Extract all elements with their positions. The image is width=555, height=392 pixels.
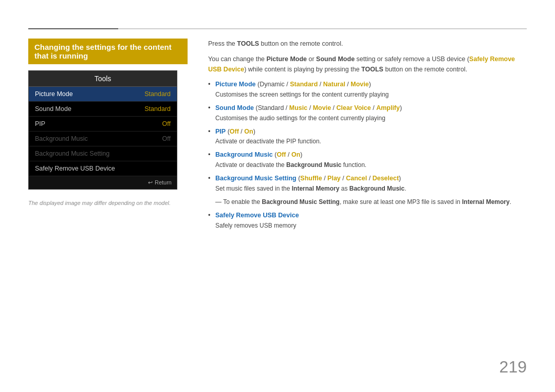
bullet-pip-options: (Off / On) [228,128,255,135]
sound-mode-label: Sound Mode [35,105,71,113]
bullet-bg-music: Background Music (Off / On) Activate or … [208,150,527,170]
bullet-bgm-sub: Activate or deactivate the Background Mu… [215,160,527,170]
picture-mode-value: Standard [144,90,171,98]
bullet-sm-label: Sound Mode [215,104,254,111]
bgm-kw2: Background Music [349,185,404,192]
bullet-pm-label: Picture Mode [215,81,256,88]
internal-memory-kw1: Internal Memory [292,185,340,192]
bullet-bg-music-setting: Background Music Setting (Shuffle / Play… [208,174,527,193]
bgms-kw-dash: Background Music Setting [262,198,340,206]
bullet-picture-mode: Picture Mode (Dynamic / Standard / Natur… [208,80,527,99]
page-container: Changing the settings for the content th… [0,0,555,392]
bullet-pip: PIP (Off / On) Activate or deactivate th… [208,127,527,146]
tools-item-picture-mode[interactable]: Picture Mode Standard [29,87,177,102]
intro-para-2: You can change the Picture Mode or Sound… [208,54,527,74]
sound-mode-kw: Sound Mode [316,55,355,63]
page-number: 219 [499,358,527,377]
tools-item-bg-music[interactable]: Background Music Off [29,132,177,146]
bgm-kw: Background Music [286,161,341,169]
bullet-bgm-options: (Off / On) [274,151,302,158]
tools-item-usb-remove[interactable]: Safely Remove USB Device [29,161,177,176]
left-column: Changing the settings for the content th… [28,39,188,234]
bg-music-setting-label: Background Music Setting [35,150,109,157]
usb-remove-label: Safely Remove USB Device [35,165,115,172]
model-note: The displayed image may differ depending… [28,200,188,206]
bg-music-value: Off [162,135,171,142]
intro-para-1: Press the TOOLS button on the remote con… [208,39,527,49]
bg-music-label: Background Music [35,135,88,142]
bullet-bgms-label: Background Music Setting [215,175,297,182]
bullet-pm-sub: Customises the screen settings for the c… [215,90,527,99]
bullet-safely-remove: Safely Remove USB Device Safely removes … [208,211,527,230]
tools-item-sound-mode[interactable]: Sound Mode Standard [29,102,177,117]
bullet-sm-options: (Standard / Music / Movie / Clear Voice … [255,104,402,111]
tools-keyword-1: TOOLS [237,40,259,47]
internal-memory-kw2: Internal Memory [462,198,510,206]
top-line-accent [28,28,118,29]
bullet-bgms-sub: Set music files saved in the Internal Me… [215,184,527,193]
bullet-list: Picture Mode (Dynamic / Standard / Natur… [208,80,527,193]
tools-footer: ↩ Return [29,176,177,189]
return-label: Return [155,179,172,186]
bullet-sm-sub: Customises the audio settings for the co… [215,114,527,123]
right-column: Press the TOOLS button on the remote con… [208,39,527,234]
dash-note: To enable the Background Music Setting, … [215,197,527,207]
picture-mode-kw: Picture Mode [267,55,307,63]
bullet-bgm-label: Background Music [215,151,273,158]
tools-item-bg-music-setting[interactable]: Background Music Setting [29,146,177,161]
bullet-pip-label: PIP [215,128,226,135]
bullet-sr-label: Safely Remove USB Device [215,212,299,219]
bullet-pm-options: (Dynamic / Standard / Natural / Movie) [257,81,371,88]
tools-keyword-2: TOOLS [361,66,383,73]
section-title: Changing the settings for the content th… [28,39,188,64]
tools-header: Tools [29,71,177,87]
picture-mode-label: Picture Mode [35,90,73,98]
tools-menu: Tools Picture Mode Standard Sound Mode S… [28,70,177,190]
pip-label: PIP [35,120,45,127]
bullet-sr-sub: Safely removes USB memory [215,221,527,230]
bullet-list-2: Safely Remove USB Device Safely removes … [208,211,527,230]
pip-value: Off [162,120,171,127]
content-area: Changing the settings for the content th… [28,39,527,234]
bullet-pip-sub: Activate or deactivate the PIP function. [215,137,527,146]
bullet-sound-mode: Sound Mode (Standard / Music / Movie / C… [208,103,527,123]
tools-item-pip[interactable]: PIP Off [29,117,177,132]
bullet-bgms-options: (Shuffle / Play / Cancel / Deselect) [298,175,401,182]
sound-mode-value: Standard [144,105,171,113]
return-icon: ↩ [148,179,153,186]
